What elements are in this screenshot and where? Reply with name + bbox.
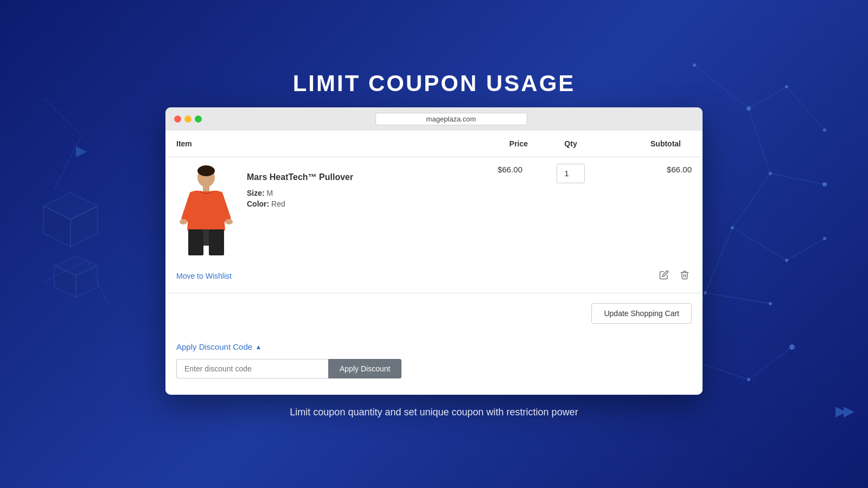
browser-content: Item Price Qty Subtotal [165,131,703,395]
svg-line-0 [694,65,749,108]
page-title: LIMIT COUPON USAGE [293,70,576,97]
svg-marker-36 [71,206,98,247]
svg-point-44 [225,219,233,224]
svg-rect-45 [188,229,203,255]
traffic-lights [174,115,202,123]
col-header-qty: Qty [533,131,608,157]
discount-toggle[interactable]: Apply Discount Code ▴ [176,342,692,351]
svg-line-12 [749,347,792,380]
move-to-wishlist-link[interactable]: Move to Wishlist [176,272,232,280]
svg-marker-27 [835,407,846,418]
qty-input[interactable] [557,164,585,183]
svg-rect-42 [203,186,209,191]
discount-code-input[interactable] [176,359,328,378]
update-cart-button[interactable]: Update Shopping Cart [591,303,692,324]
svg-marker-35 [43,206,71,247]
svg-point-25 [747,378,750,381]
svg-line-29 [43,98,81,136]
close-button[interactable] [174,115,181,123]
wishlist-cell: Move to Wishlist [165,266,463,293]
svg-point-23 [769,302,772,305]
svg-line-4 [770,174,825,184]
apply-discount-button[interactable]: Apply Discount [328,359,401,378]
update-cart-cell: Update Shopping Cart [165,293,703,333]
col-header-item: Item [165,131,463,157]
svg-line-7 [787,239,825,260]
minimize-button[interactable] [184,115,192,123]
browser-window: Item Price Qty Subtotal [165,107,703,395]
svg-point-19 [731,226,734,229]
svg-line-9 [705,293,770,304]
cart-table-header: Item Price Qty Subtotal [165,131,703,157]
discount-form: Apply Discount [176,359,692,378]
svg-point-41 [197,165,215,176]
svg-line-32 [87,260,108,304]
chevron-up-icon: ▴ [257,342,260,351]
svg-point-16 [823,129,826,132]
product-image [176,168,236,255]
product-name: Mars HeatTech™ Pullover [247,172,353,182]
svg-line-5 [732,174,770,228]
col-header-subtotal: Subtotal [608,131,703,157]
discount-section: Apply Discount Code ▴ Apply Discount [165,333,703,395]
product-subtotal: $66.00 [608,157,703,266]
svg-point-43 [180,219,187,224]
product-size: Size: M [247,189,353,197]
svg-rect-46 [209,229,224,255]
page-subtitle: Limit coupon quantity and set unique cou… [290,407,578,418]
svg-point-26 [789,344,795,350]
svg-line-8 [705,228,732,293]
svg-line-31 [43,260,87,282]
svg-line-1 [749,87,787,108]
svg-line-30 [54,136,81,190]
update-cart-row: Update Shopping Cart [165,293,703,333]
product-color: Color: Red [247,200,353,208]
svg-point-15 [785,85,788,88]
svg-line-6 [732,228,787,260]
svg-point-18 [822,182,827,187]
svg-marker-37 [54,256,98,275]
address-bar [208,113,694,125]
table-row: Mars HeatTech™ Pullover Size: M Color: R… [165,157,703,266]
svg-point-13 [693,63,696,67]
delete-icon[interactable] [678,268,692,284]
svg-point-21 [823,237,826,240]
svg-marker-33 [76,146,87,157]
svg-line-3 [749,108,770,174]
cart-table: Item Price Qty Subtotal [165,131,703,333]
svg-point-17 [769,172,772,175]
action-icons-cell [463,266,703,293]
address-input[interactable] [375,113,527,125]
svg-marker-38 [54,266,76,297]
svg-rect-47 [203,229,209,246]
maximize-button[interactable] [195,115,202,123]
browser-chrome [165,107,703,131]
discount-toggle-label: Apply Discount Code [176,342,252,351]
svg-point-22 [704,291,707,294]
edit-icon[interactable] [657,268,671,284]
svg-line-2 [787,87,825,130]
wishlist-action-row: Move to Wishlist [165,266,703,293]
col-header-price: Price [463,131,533,157]
product-price: $66.00 [463,157,533,266]
svg-point-20 [785,259,788,262]
svg-marker-28 [844,407,854,418]
product-cell: Mars HeatTech™ Pullover Size: M Color: R… [165,157,463,266]
product-qty[interactable] [533,157,608,266]
product-details: Mars HeatTech™ Pullover Size: M Color: R… [247,168,353,210]
svg-point-14 [746,106,751,111]
svg-marker-39 [76,266,98,297]
svg-marker-34 [43,192,98,220]
